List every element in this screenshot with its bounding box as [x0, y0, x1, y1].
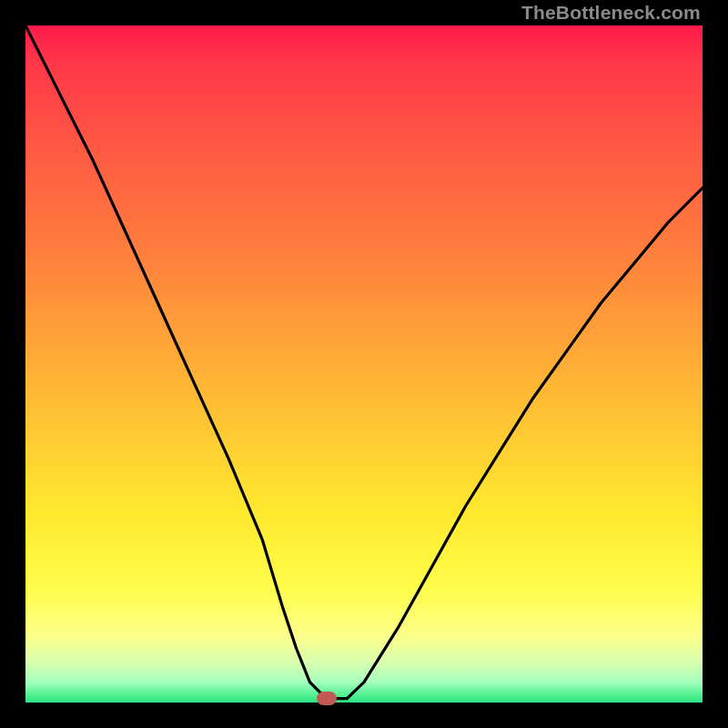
chart-frame: TheBottleneck.com [0, 0, 728, 728]
watermark-text: TheBottleneck.com [521, 2, 701, 24]
plot-area [25, 25, 703, 703]
bottleneck-curve [25, 25, 703, 703]
optimum-marker [317, 692, 337, 705]
